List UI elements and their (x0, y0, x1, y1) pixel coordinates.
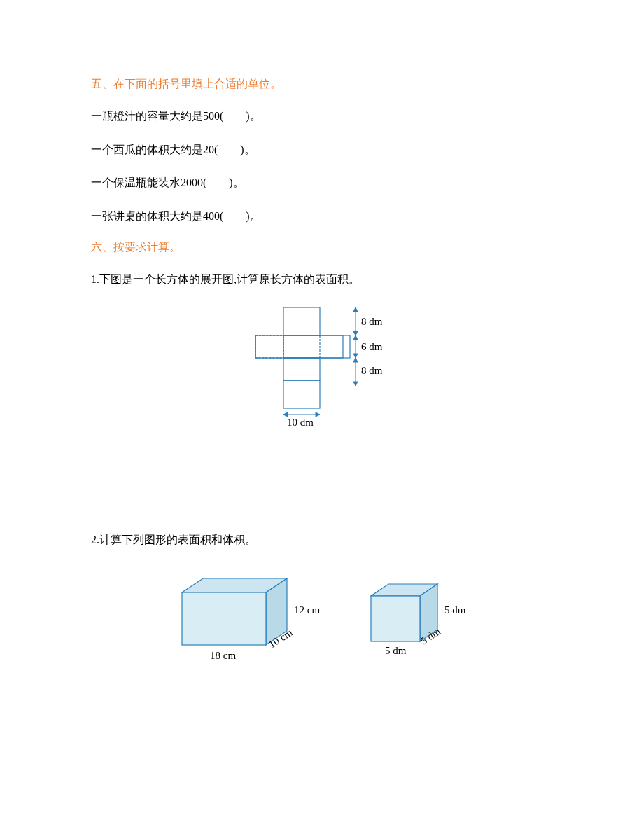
section-6-heading: 六、按要求计算。 (91, 240, 553, 255)
cube-5c: 5 dm (385, 645, 407, 656)
svg-rect-29 (182, 592, 266, 645)
unfold-svg: 8 dm 6 dm 8 dm 10 dm (231, 304, 413, 430)
svg-marker-26 (316, 412, 320, 417)
svg-marker-16 (354, 307, 358, 312)
page-content: 五、在下面的括号里填上合适的单位。 一瓶橙汁的容量大约是500( )。 一个西瓜… (0, 0, 644, 834)
q6-1: 1.下图是一个长方体的展开图,计算原长方体的表面积。 (91, 270, 553, 289)
section-5-heading: 五、在下面的括号里填上合适的单位。 (91, 77, 553, 92)
svg-rect-1 (255, 335, 284, 358)
solids-svg: 12 cm 10 cm 18 cm 5 dm 5 dm 5 dm (154, 564, 490, 676)
svg-marker-23 (354, 382, 358, 386)
q5-3: 一个保温瓶能装水2000( )。 (91, 174, 553, 192)
q5-1: 一瓶橙汁的容量大约是500( )。 (91, 107, 553, 125)
q5-2: 一个西瓜的体积大约是20( )。 (91, 141, 553, 159)
cuboid-18: 18 cm (210, 650, 236, 661)
svg-rect-11 (284, 380, 320, 408)
label-10dm: 10 dm (287, 417, 314, 428)
figure-solids: 12 cm 10 cm 18 cm 5 dm 5 dm 5 dm (91, 564, 553, 679)
svg-rect-2 (284, 335, 343, 358)
svg-rect-0 (284, 307, 320, 335)
svg-marker-22 (354, 358, 358, 362)
cube-5a: 5 dm (444, 604, 466, 616)
svg-rect-10 (284, 358, 320, 380)
label-6dm: 6 dm (361, 341, 383, 352)
svg-rect-7 (255, 335, 350, 358)
q6-2: 2.计算下列图形的表面积和体积。 (91, 531, 553, 549)
label-8dm-b: 8 dm (361, 365, 383, 376)
figure-unfold: 8 dm 6 dm 8 dm 10 dm (91, 304, 553, 433)
cuboid-12: 12 cm (294, 604, 320, 616)
q5-4: 一张讲桌的体积大约是400( )。 (91, 207, 553, 225)
svg-marker-19 (354, 335, 358, 340)
svg-rect-32 (371, 596, 420, 641)
label-8dm-a: 8 dm (361, 316, 383, 327)
